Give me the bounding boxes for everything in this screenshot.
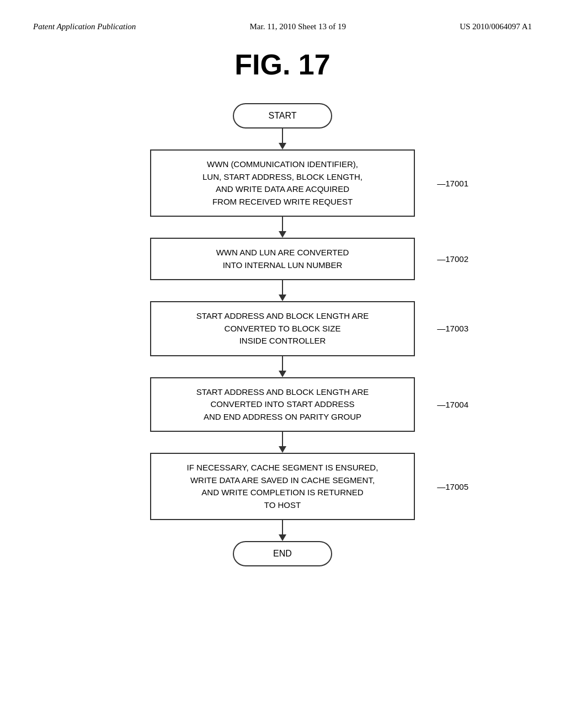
- arrow-line-6: [282, 520, 283, 534]
- flowchart: START WWN (COMMUNICATION IDENTIFIER), LU…: [33, 103, 532, 566]
- header-publication: Patent Application Publication: [33, 22, 136, 31]
- arrow-5: [279, 432, 286, 453]
- start-node: START: [233, 103, 332, 129]
- box5-wrapper: IF NECESSARY, CACHE SEGMENT IS ENSURED, …: [33, 453, 532, 520]
- ref1: —17001: [437, 179, 468, 188]
- box1-wrapper: WWN (COMMUNICATION IDENTIFIER), LUN, STA…: [33, 149, 532, 217]
- arrow-3: [279, 280, 286, 301]
- box5: IF NECESSARY, CACHE SEGMENT IS ENSURED, …: [150, 453, 415, 520]
- header-date-sheet: Mar. 11, 2010 Sheet 13 of 19: [250, 22, 346, 31]
- arrow-line-5: [282, 432, 283, 446]
- box1: WWN (COMMUNICATION IDENTIFIER), LUN, STA…: [150, 149, 415, 217]
- arrow-line-4: [282, 356, 283, 371]
- box4-wrapper: START ADDRESS AND BLOCK LENGTH ARE CONVE…: [33, 377, 532, 432]
- arrow-1: [279, 129, 286, 149]
- arrow-head-1: [279, 143, 286, 149]
- arrow-head-5: [279, 446, 286, 453]
- ref4: —17004: [437, 400, 468, 409]
- arrow-line-2: [282, 217, 283, 231]
- arrow-2: [279, 217, 286, 238]
- arrow-head-6: [279, 534, 286, 541]
- arrow-line-3: [282, 280, 283, 295]
- end-node-wrapper: END: [33, 541, 532, 566]
- arrow-head-4: [279, 371, 286, 377]
- figure-title: FIG. 17: [33, 48, 532, 81]
- box2-wrapper: WWN AND LUN ARE CONVERTED INTO INTERNAL …: [33, 238, 532, 280]
- box4: START ADDRESS AND BLOCK LENGTH ARE CONVE…: [150, 377, 415, 432]
- ref2: —17002: [437, 254, 468, 264]
- arrow-head-3: [279, 295, 286, 301]
- ref3: —17003: [437, 324, 468, 333]
- box3: START ADDRESS AND BLOCK LENGTH ARE CONVE…: [150, 301, 415, 356]
- box3-wrapper: START ADDRESS AND BLOCK LENGTH ARE CONVE…: [33, 301, 532, 356]
- arrow-line-1: [282, 129, 283, 143]
- ref5: —17005: [437, 482, 468, 491]
- arrow-4: [279, 356, 286, 377]
- header-patent-number: US 2010/0064097 A1: [460, 22, 532, 31]
- arrow-6: [279, 520, 286, 541]
- arrow-head-2: [279, 231, 286, 238]
- box2: WWN AND LUN ARE CONVERTED INTO INTERNAL …: [150, 238, 415, 280]
- end-node: END: [233, 541, 332, 566]
- start-node-wrapper: START: [33, 103, 532, 129]
